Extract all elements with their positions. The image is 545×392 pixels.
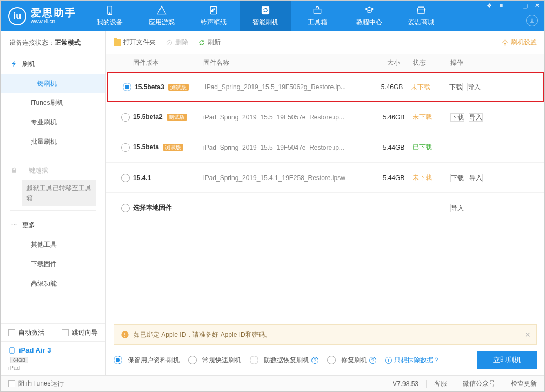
block-itunes-label: 阻止iTunes运行 — [18, 379, 64, 388]
sidebar-footer: 自动激活 跳过向导 iPad Air 3 64GB iPad — [1, 323, 105, 375]
row-radio[interactable] — [123, 83, 131, 91]
nav-smart-flash[interactable]: 智能刷机 — [240, 1, 291, 31]
sidebar-item-other-tools[interactable]: 其他工具 — [1, 235, 105, 254]
flash-options: 保留用户资料刷机 常规快速刷机 防数据恢复刷机? 修复刷机? i只想抹除数据？ … — [114, 345, 537, 375]
help-icon[interactable]: ? — [311, 357, 318, 364]
skip-guide-checkbox[interactable] — [62, 329, 69, 336]
device-block[interactable]: iPad Air 3 64GB iPad — [1, 341, 105, 375]
firmware-name: iPad_Spring_2019_15.5_19F5057e_Restore.i… — [203, 114, 375, 121]
delete-icon — [165, 39, 173, 46]
row-radio[interactable] — [121, 113, 130, 122]
toolbar: 打开文件夹 删除 刷新 刷机设置 — [106, 31, 544, 54]
wechat-link[interactable]: 微信公众号 — [463, 379, 495, 388]
svg-point-1 — [109, 13, 110, 14]
toolbox-icon — [312, 5, 323, 16]
firmware-size: 5.44GB — [375, 144, 413, 151]
nav-apps-games[interactable]: 应用游戏 — [136, 1, 188, 31]
sidebar-item-onekey-flash[interactable]: 一键刷机 — [1, 74, 105, 93]
erase-data-link[interactable]: i只想抹除数据？ — [385, 356, 440, 365]
sidebar-item-batch-flash[interactable]: 批量刷机 — [1, 132, 105, 151]
flash-settings-button[interactable]: 刷机设置 — [501, 38, 537, 47]
tablet-icon — [8, 347, 16, 354]
firmware-version: 15.5beta3 测试版 — [135, 83, 205, 91]
menu2-icon[interactable]: ≡ — [497, 2, 506, 9]
flash-now-button[interactable]: 立即刷机 — [477, 351, 537, 369]
auto-activate-checkbox[interactable] — [8, 329, 15, 336]
firmware-name: iPad_Spring_2019_15.5_19F5062g_Restore.i… — [205, 83, 373, 91]
sidebar-item-advanced[interactable]: 高级功能 — [1, 274, 105, 293]
customer-service-link[interactable]: 客服 — [434, 379, 447, 388]
svg-rect-4 — [314, 9, 321, 14]
opt-normal-fast[interactable]: 常规快速刷机 — [188, 356, 241, 365]
nav-toolbox[interactable]: 工具箱 — [291, 1, 343, 31]
firmware-size: 5.46GB — [375, 114, 413, 121]
download-button[interactable]: 下载 — [450, 113, 464, 122]
device-status: 设备连接状态：正常模式 — [1, 31, 105, 54]
sidebar-item-itunes-flash[interactable]: iTunes刷机 — [1, 93, 105, 112]
statusbar: 阻止iTunes运行 V7.98.53 客服 微信公众号 检查更新 — [1, 375, 544, 391]
svg-rect-5 — [12, 170, 16, 172]
sidebar-group-more[interactable]: 更多 — [1, 215, 105, 235]
help-icon[interactable]: ? — [369, 357, 376, 364]
table-row[interactable]: 15.5beta 测试版iPad_Spring_2019_15.5_19F504… — [106, 132, 544, 163]
table-row[interactable]: 15.5beta3 测试版iPad_Spring_2019_15.5_19F50… — [107, 72, 544, 102]
sidebar-group-jailbreak: 一键越狱 — [1, 161, 105, 180]
warning-icon — [121, 330, 129, 339]
table-row[interactable]: 15.4.1iPad_Spring_2019_15.4.1_19E258_Res… — [106, 163, 544, 193]
nav-ringtones[interactable]: 铃声壁纸 — [188, 1, 240, 31]
svg-rect-2 — [210, 6, 217, 14]
window-controls: ❖ ≡ — ▢ ✕ — [485, 2, 541, 9]
open-folder-button[interactable]: 打开文件夹 — [114, 38, 156, 47]
sidebar-item-download-firmware[interactable]: 下载固件 — [1, 254, 105, 274]
svg-point-7 — [14, 224, 15, 225]
nav-store[interactable]: 爱思商城 — [395, 1, 447, 31]
sidebar-item-pro-flash[interactable]: 专业刷机 — [1, 112, 105, 132]
opt-anti-recovery[interactable]: 防数据恢复刷机? — [250, 356, 318, 365]
flash-icon — [10, 60, 18, 68]
main: 打开文件夹 删除 刷新 刷机设置 固件版本 固件名称 大小 状态 操作 — [106, 31, 544, 375]
close-icon[interactable]: ✕ — [533, 2, 541, 9]
separator — [10, 210, 96, 211]
svg-point-12 — [504, 42, 506, 44]
opt-keep-data[interactable]: 保留用户资料刷机 — [114, 356, 180, 365]
nav-my-device[interactable]: 我的设备 — [84, 1, 136, 31]
import-button[interactable]: 导入 — [467, 83, 481, 91]
maximize-icon[interactable]: ▢ — [521, 2, 529, 9]
more-icon — [10, 221, 18, 229]
sidebar-list: 刷机 一键刷机 iTunes刷机 专业刷机 批量刷机 一键越狱 越狱工具已转移至… — [1, 54, 105, 323]
auto-activate-label: 自动激活 — [18, 328, 44, 337]
delete-button[interactable]: 删除 — [165, 38, 188, 47]
refresh-button[interactable]: 刷新 — [198, 38, 221, 47]
import-button[interactable]: 导入 — [469, 113, 483, 122]
firmware-status: 未下载 — [413, 173, 450, 182]
logo-icon: iu — [8, 7, 26, 25]
sidebar-group-flash[interactable]: 刷机 — [1, 54, 105, 74]
row-radio[interactable] — [121, 204, 130, 212]
import-button[interactable]: 导入 — [450, 204, 464, 212]
download-button[interactable]: 下载 — [449, 83, 463, 91]
row-radio[interactable] — [121, 174, 130, 182]
nav-tutorials[interactable]: 教程中心 — [343, 1, 395, 31]
minimize-icon[interactable]: — — [509, 2, 517, 9]
table-row[interactable]: 选择本地固件导入 — [106, 193, 544, 223]
svg-point-10 — [12, 352, 12, 353]
download-manager-button[interactable] — [526, 15, 538, 26]
download-button[interactable]: 下载 — [450, 174, 464, 182]
menu1-icon[interactable]: ❖ — [485, 2, 494, 9]
table-row[interactable]: 15.5beta2 测试版iPad_Spring_2019_15.5_19F50… — [106, 102, 544, 132]
music-icon — [208, 5, 219, 16]
opt-repair[interactable]: 修复刷机? — [327, 356, 376, 365]
svg-point-14 — [124, 336, 125, 337]
firmware-status: 未下载 — [411, 83, 449, 92]
check-update-link[interactable]: 检查更新 — [511, 379, 537, 388]
import-button[interactable]: 导入 — [469, 174, 483, 182]
appleid-notice: 如已绑定 Apple ID，请准备好 Apple ID和密码。 ✕ — [114, 324, 537, 345]
sidebar-jailbreak-notice: 越狱工具已转移至工具箱 — [22, 180, 96, 206]
folder-icon — [114, 39, 121, 46]
top-nav: 我的设备 应用游戏 铃声壁纸 智能刷机 工具箱 教程中心 爱思商城 — [84, 1, 544, 31]
close-notice-button[interactable]: ✕ — [524, 330, 531, 339]
block-itunes-checkbox[interactable] — [8, 380, 15, 387]
row-radio[interactable] — [121, 143, 130, 152]
firmware-size: 5.44GB — [375, 174, 413, 182]
graduation-icon — [364, 5, 375, 16]
